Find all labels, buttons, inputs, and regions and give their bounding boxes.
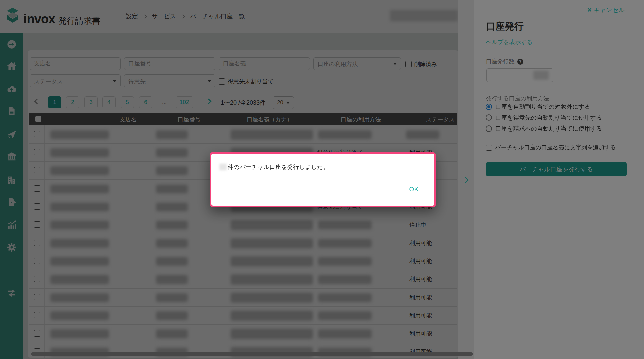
modal-message: 件のバーチャル口座を発行しました。 (219, 163, 329, 171)
issue-success-modal: 件のバーチャル口座を発行しました。 OK (210, 152, 436, 207)
issued-count-redacted (219, 164, 227, 170)
ok-button[interactable]: OK (409, 186, 419, 193)
